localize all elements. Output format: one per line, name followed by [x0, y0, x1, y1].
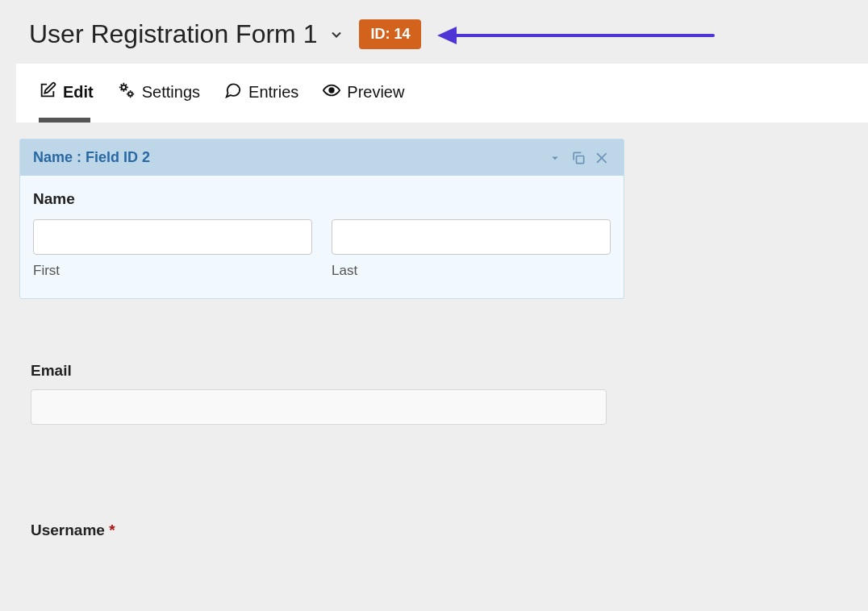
email-input[interactable]	[31, 389, 607, 425]
tab-preview[interactable]: Preview	[323, 81, 404, 123]
svg-rect-3	[577, 156, 584, 163]
gears-icon	[118, 81, 136, 103]
page-header: User Registration Form 1 ID: 14	[0, 0, 868, 64]
last-name-sublabel: Last	[332, 263, 611, 279]
field-card-title: Name : Field ID 2	[33, 149, 150, 166]
duplicate-icon[interactable]	[570, 150, 586, 166]
edit-icon	[39, 81, 56, 103]
tabs-bar: Edit Settings Entries Preview	[16, 64, 868, 123]
username-field: Username *	[31, 522, 607, 539]
name-field-label: Name	[33, 190, 611, 208]
email-field: Email	[31, 362, 607, 425]
speech-bubble-icon	[224, 81, 242, 103]
username-label-text: Username	[31, 522, 105, 538]
tab-edit[interactable]: Edit	[39, 81, 94, 123]
tab-settings[interactable]: Settings	[118, 81, 200, 123]
svg-point-1	[128, 92, 132, 96]
field-card-actions	[548, 150, 611, 166]
tab-label: Settings	[142, 83, 200, 102]
svg-point-2	[330, 88, 335, 93]
last-name-input[interactable]	[332, 219, 611, 255]
first-name-sublabel: First	[33, 263, 312, 279]
delete-icon[interactable]	[595, 150, 611, 166]
required-indicator: *	[109, 522, 115, 538]
username-field-label: Username *	[31, 522, 607, 539]
tab-label: Edit	[63, 83, 94, 102]
tab-label: Entries	[248, 83, 298, 102]
field-card-header: Name : Field ID 2	[20, 139, 624, 176]
tab-label: Preview	[347, 83, 404, 102]
name-field-card[interactable]: Name : Field ID 2 Name First Last	[19, 139, 624, 299]
chevron-down-icon[interactable]	[328, 27, 344, 43]
tab-entries[interactable]: Entries	[224, 81, 298, 123]
first-name-input[interactable]	[33, 219, 312, 255]
email-field-label: Email	[31, 362, 607, 380]
form-id-badge: ID: 14	[359, 19, 421, 49]
last-name-column: Last	[332, 219, 611, 279]
caret-down-icon[interactable]	[548, 151, 562, 165]
field-card-body: Name First Last	[20, 176, 624, 298]
first-name-column: First	[33, 219, 312, 279]
eye-icon	[323, 81, 340, 103]
page-title: User Registration Form 1	[29, 19, 317, 49]
arrow-annotation	[440, 31, 715, 39]
svg-point-0	[121, 85, 126, 90]
name-row: First Last	[33, 219, 611, 279]
